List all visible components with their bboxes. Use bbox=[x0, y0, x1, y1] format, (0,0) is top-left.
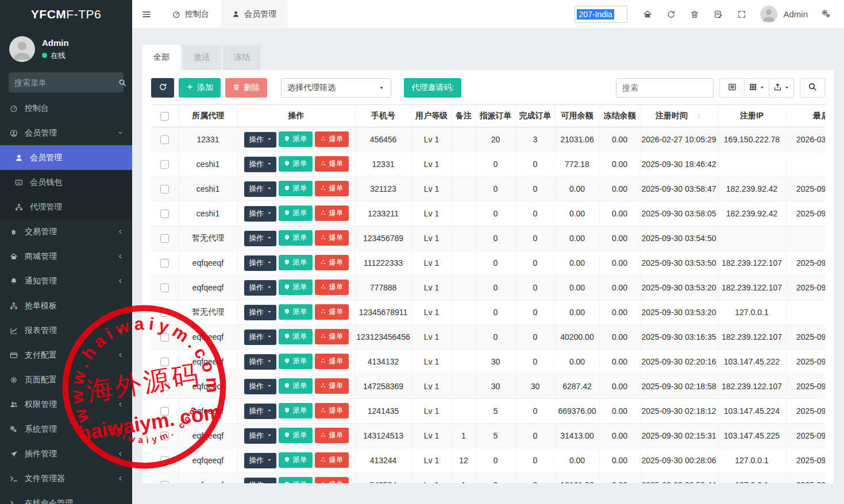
row-dispatch-button[interactable]: 派单 bbox=[279, 403, 313, 418]
row-checkbox[interactable] bbox=[160, 308, 169, 317]
row-dispatch-button[interactable]: 派单 bbox=[279, 378, 313, 394]
row-burst-button[interactable]: 爆单 bbox=[315, 452, 349, 468]
row-burst-button[interactable]: 爆单 bbox=[315, 354, 349, 369]
row-operate-button[interactable]: 操作 bbox=[244, 206, 276, 222]
sidebar-item-system-manage[interactable]: 系统管理 bbox=[0, 417, 132, 441]
refresh-table-button[interactable] bbox=[151, 78, 174, 98]
row-checkbox[interactable] bbox=[160, 456, 169, 465]
sidebar-item-grab-template[interactable]: 抢单模板 bbox=[0, 293, 132, 318]
row-operate-button[interactable]: 操作 bbox=[244, 280, 276, 296]
row-checkbox[interactable] bbox=[160, 259, 169, 267]
settings-cogs-icon[interactable] bbox=[815, 0, 838, 29]
row-operate-button[interactable]: 操作 bbox=[244, 255, 276, 271]
sidebar-item-console[interactable]: 控制台 bbox=[0, 96, 132, 121]
add-button[interactable]: 添加 bbox=[179, 78, 221, 98]
row-burst-button[interactable]: 爆单 bbox=[315, 403, 349, 418]
sidebar-item-agent-manage[interactable]: 代理管理 bbox=[0, 195, 132, 219]
sidebar-item-online-command[interactable]: 在线命令管理 bbox=[0, 491, 132, 504]
export-button[interactable] bbox=[769, 78, 794, 98]
invite-code-button[interactable]: 代理邀请码: bbox=[404, 78, 461, 98]
row-dispatch-button[interactable]: 派单 bbox=[279, 181, 313, 196]
row-burst-button[interactable]: 爆单 bbox=[315, 206, 349, 221]
tab-active[interactable]: 激活 bbox=[183, 45, 221, 70]
delete-button[interactable]: 删除 bbox=[225, 78, 267, 98]
sidebar-item-mall-manage[interactable]: 商城管理 bbox=[0, 244, 132, 269]
row-dispatch-button[interactable]: 派单 bbox=[279, 452, 313, 468]
row-dispatch-button[interactable]: 派单 bbox=[279, 329, 313, 344]
row-burst-button[interactable]: 爆单 bbox=[315, 304, 349, 320]
sidebar-item-member-wallet[interactable]: cc会员钱包 bbox=[0, 170, 132, 195]
row-checkbox[interactable] bbox=[160, 382, 169, 391]
sort-icon[interactable] bbox=[696, 113, 702, 119]
row-burst-button[interactable]: 爆单 bbox=[315, 428, 349, 443]
home-icon[interactable] bbox=[635, 0, 659, 29]
row-dispatch-button[interactable]: 派单 bbox=[279, 255, 313, 270]
table-search-input[interactable] bbox=[616, 78, 714, 98]
sidebar-item-report-manage[interactable]: 报表管理 bbox=[0, 318, 132, 343]
sidebar-item-page-config[interactable]: 页面配置 bbox=[0, 367, 132, 392]
row-operate-button[interactable]: 操作 bbox=[244, 453, 276, 468]
row-checkbox[interactable] bbox=[160, 432, 169, 440]
row-burst-button[interactable]: 爆单 bbox=[315, 477, 349, 483]
topbar-tab-members[interactable]: 会员管理 bbox=[221, 0, 288, 29]
row-dispatch-button[interactable]: 派单 bbox=[279, 156, 313, 172]
tab-all[interactable]: 全部 bbox=[142, 45, 180, 70]
agent-filter-select[interactable]: 选择代理筛选 bbox=[281, 78, 391, 98]
row-burst-button[interactable]: 爆单 bbox=[315, 255, 349, 270]
sidebar-item-pay-config[interactable]: 支付配置 bbox=[0, 343, 132, 367]
trash-icon[interactable] bbox=[683, 0, 706, 29]
sidebar-item-plugin-manage[interactable]: 插件管理 bbox=[0, 441, 132, 466]
row-operate-button[interactable]: 操作 bbox=[244, 305, 276, 320]
row-burst-button[interactable]: 爆单 bbox=[315, 230, 349, 246]
sidebar-item-member-manage[interactable]: 会员管理 bbox=[0, 145, 132, 170]
row-dispatch-button[interactable]: 派单 bbox=[279, 280, 313, 295]
row-checkbox[interactable] bbox=[160, 284, 169, 292]
row-checkbox[interactable] bbox=[160, 481, 169, 483]
row-operate-button[interactable]: 操作 bbox=[244, 478, 276, 483]
row-operate-button[interactable]: 操作 bbox=[244, 157, 276, 172]
row-dispatch-button[interactable]: 派单 bbox=[279, 477, 313, 483]
topbar-user[interactable]: Admin bbox=[753, 6, 815, 23]
row-dispatch-button[interactable]: 派单 bbox=[279, 354, 313, 369]
detail-view-button[interactable] bbox=[719, 78, 745, 98]
row-dispatch-button[interactable]: 派单 bbox=[279, 131, 313, 147]
row-dispatch-button[interactable]: 派单 bbox=[279, 230, 313, 246]
row-burst-button[interactable]: 爆单 bbox=[315, 378, 349, 394]
row-checkbox[interactable] bbox=[160, 234, 169, 243]
row-dispatch-button[interactable]: 派单 bbox=[279, 428, 313, 443]
row-checkbox[interactable] bbox=[160, 210, 169, 218]
row-burst-button[interactable]: 爆单 bbox=[315, 131, 349, 147]
quick-input[interactable]: 207-India bbox=[575, 6, 627, 23]
sidebar-item-member-group[interactable]: 会员管理 bbox=[0, 121, 132, 145]
topbar-tab-console[interactable]: 控制台 bbox=[161, 0, 221, 29]
sidebar-item-file-manager[interactable]: 文件管理器 bbox=[0, 466, 132, 491]
column-header-9[interactable]: 注册时间 bbox=[640, 105, 718, 127]
sidebar-item-trade-manage[interactable]: ฿交易管理 bbox=[0, 219, 132, 244]
row-operate-button[interactable]: 操作 bbox=[244, 329, 276, 345]
row-burst-button[interactable]: 爆单 bbox=[315, 329, 349, 344]
row-dispatch-button[interactable]: 派单 bbox=[279, 304, 313, 320]
fullscreen-icon[interactable] bbox=[730, 0, 753, 29]
row-checkbox[interactable] bbox=[160, 333, 169, 342]
menu-search-input[interactable] bbox=[14, 78, 118, 87]
sidebar-item-notify-manage[interactable]: 通知管理 bbox=[0, 269, 132, 293]
row-dispatch-button[interactable]: 派单 bbox=[279, 206, 313, 221]
row-operate-button[interactable]: 操作 bbox=[244, 404, 276, 419]
row-burst-button[interactable]: 爆单 bbox=[315, 156, 349, 172]
edit-doc-icon[interactable] bbox=[706, 0, 730, 29]
row-checkbox[interactable] bbox=[160, 135, 169, 144]
row-operate-button[interactable]: 操作 bbox=[244, 428, 276, 444]
row-operate-button[interactable]: 操作 bbox=[244, 181, 276, 197]
sidebar-item-perm-manage[interactable]: 权限管理 bbox=[0, 392, 132, 417]
row-burst-button[interactable]: 爆单 bbox=[315, 280, 349, 295]
select-all-checkbox[interactable] bbox=[160, 112, 169, 121]
brand-logo[interactable]: YFCMF-TP6 bbox=[0, 0, 132, 29]
row-operate-button[interactable]: 操作 bbox=[244, 354, 276, 370]
row-operate-button[interactable]: 操作 bbox=[244, 132, 276, 148]
columns-toggle-button[interactable] bbox=[744, 78, 769, 98]
row-checkbox[interactable] bbox=[160, 358, 169, 366]
row-checkbox[interactable] bbox=[160, 407, 169, 416]
row-operate-button[interactable]: 操作 bbox=[244, 231, 276, 246]
row-checkbox[interactable] bbox=[160, 160, 169, 169]
row-checkbox[interactable] bbox=[160, 185, 169, 193]
